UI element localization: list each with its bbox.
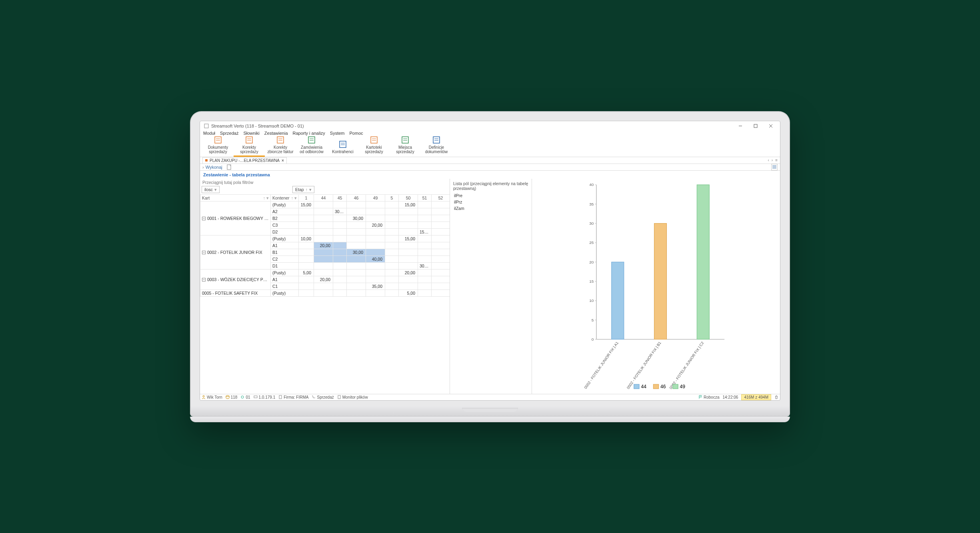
value-cell[interactable] bbox=[418, 201, 432, 208]
value-cell[interactable]: 35,00 bbox=[366, 283, 385, 289]
value-cell[interactable] bbox=[432, 289, 450, 296]
value-cell[interactable]: 20,00 bbox=[366, 222, 385, 228]
value-cell[interactable] bbox=[418, 249, 432, 256]
value-cell[interactable]: 20,00 bbox=[314, 242, 333, 249]
value-cell[interactable] bbox=[333, 283, 347, 289]
value-cell[interactable] bbox=[299, 256, 314, 262]
value-cell[interactable]: 40,00 bbox=[366, 256, 385, 262]
value-cell[interactable] bbox=[333, 249, 347, 256]
value-cell[interactable] bbox=[314, 262, 333, 269]
menu-sprzedaż[interactable]: Sprzedaż bbox=[220, 131, 238, 136]
value-cell[interactable] bbox=[347, 256, 366, 262]
value-cell[interactable] bbox=[432, 201, 450, 208]
value-cell[interactable] bbox=[333, 256, 347, 262]
col-etap-46[interactable]: 46 bbox=[347, 194, 366, 201]
value-cell[interactable] bbox=[314, 269, 333, 276]
value-cell[interactable] bbox=[418, 289, 432, 296]
value-cell[interactable]: 10,00 bbox=[299, 235, 314, 242]
table-row[interactable]: −0001 - ROWEREK BIEGOWY RUNNER(Pusty)15,… bbox=[200, 201, 450, 208]
pill-etap[interactable]: Etap ↑ ▾ bbox=[292, 186, 314, 193]
field-ilpre[interactable]: ilPre bbox=[452, 192, 529, 199]
value-cell[interactable] bbox=[333, 269, 347, 276]
tabstrip-menu[interactable]: ≡ bbox=[775, 158, 778, 162]
value-cell[interactable] bbox=[299, 276, 314, 283]
menu-zestawienia[interactable]: Zestawienia bbox=[264, 131, 288, 136]
expand-icon[interactable]: − bbox=[202, 251, 206, 254]
value-cell[interactable] bbox=[347, 283, 366, 289]
value-cell[interactable] bbox=[314, 249, 333, 256]
value-cell[interactable] bbox=[432, 262, 450, 269]
minimize-button[interactable] bbox=[733, 121, 748, 131]
col-kontener[interactable]: Kontener ↑ ▾ bbox=[271, 194, 299, 201]
col-etap-44[interactable]: 44 bbox=[314, 194, 333, 201]
value-cell[interactable] bbox=[347, 289, 366, 296]
table-row[interactable]: 0005 - FOTELIK SAFETY FIX(Pusty)5,0050,0… bbox=[200, 289, 450, 296]
value-cell[interactable] bbox=[299, 262, 314, 269]
value-cell[interactable] bbox=[347, 228, 366, 235]
value-cell[interactable] bbox=[333, 242, 347, 249]
value-cell[interactable] bbox=[347, 222, 366, 228]
maximize-button[interactable] bbox=[748, 121, 763, 131]
value-cell[interactable] bbox=[347, 269, 366, 276]
value-cell[interactable] bbox=[399, 283, 418, 289]
value-cell[interactable] bbox=[399, 208, 418, 215]
ribbon-dokumenty-sprzedaży[interactable]: Dokumentysprzedaży bbox=[202, 136, 234, 157]
value-cell[interactable] bbox=[314, 222, 333, 228]
value-cell[interactable] bbox=[385, 269, 399, 276]
col-etap-50[interactable]: 50 bbox=[399, 194, 418, 201]
value-cell[interactable] bbox=[314, 289, 333, 296]
field-ilzam[interactable]: ilZam bbox=[452, 205, 529, 212]
ribbon-kontrahenci[interactable]: Kontrahenci bbox=[327, 140, 358, 157]
value-cell[interactable] bbox=[366, 276, 385, 283]
value-cell[interactable] bbox=[385, 242, 399, 249]
value-cell[interactable] bbox=[432, 235, 450, 242]
value-cell[interactable] bbox=[385, 222, 399, 228]
menu-słowniki[interactable]: Słowniki bbox=[243, 131, 259, 136]
value-cell[interactable] bbox=[385, 276, 399, 283]
value-cell[interactable]: 15,00 bbox=[418, 228, 432, 235]
value-cell[interactable] bbox=[366, 289, 385, 296]
value-cell[interactable]: 30,00 bbox=[347, 215, 366, 222]
value-cell[interactable]: 5,00 bbox=[299, 269, 314, 276]
value-cell[interactable] bbox=[418, 276, 432, 283]
value-cell[interactable] bbox=[432, 215, 450, 222]
value-cell[interactable] bbox=[299, 283, 314, 289]
value-cell[interactable] bbox=[385, 201, 399, 208]
value-cell[interactable] bbox=[366, 208, 385, 215]
value-cell[interactable] bbox=[299, 289, 314, 296]
value-cell[interactable]: 15,00 bbox=[399, 235, 418, 242]
value-cell[interactable] bbox=[366, 262, 385, 269]
expand-icon[interactable]: − bbox=[202, 217, 206, 220]
value-cell[interactable] bbox=[385, 235, 399, 242]
value-cell[interactable] bbox=[432, 269, 450, 276]
value-cell[interactable] bbox=[333, 262, 347, 269]
value-cell[interactable] bbox=[366, 201, 385, 208]
value-cell[interactable] bbox=[366, 242, 385, 249]
value-cell[interactable] bbox=[432, 283, 450, 289]
col-kart[interactable]: Kart ↑ ▾ bbox=[200, 194, 271, 201]
value-cell[interactable] bbox=[366, 269, 385, 276]
value-cell[interactable]: 15,00 bbox=[399, 201, 418, 208]
value-cell[interactable]: 30,00 bbox=[347, 249, 366, 256]
value-cell[interactable] bbox=[385, 228, 399, 235]
value-cell[interactable] bbox=[299, 228, 314, 235]
value-cell[interactable] bbox=[418, 215, 432, 222]
field-ilprz[interactable]: ilPrz bbox=[452, 199, 529, 205]
value-cell[interactable] bbox=[347, 235, 366, 242]
value-cell[interactable] bbox=[347, 276, 366, 283]
value-cell[interactable] bbox=[399, 276, 418, 283]
value-cell[interactable] bbox=[347, 208, 366, 215]
value-cell[interactable] bbox=[399, 256, 418, 262]
value-cell[interactable] bbox=[418, 269, 432, 276]
document-icon[interactable] bbox=[226, 164, 232, 170]
value-cell[interactable] bbox=[399, 262, 418, 269]
value-cell[interactable] bbox=[432, 249, 450, 256]
value-cell[interactable] bbox=[314, 283, 333, 289]
value-cell[interactable] bbox=[333, 215, 347, 222]
value-cell[interactable] bbox=[432, 242, 450, 249]
value-cell[interactable]: 30,00 bbox=[333, 208, 347, 215]
value-cell[interactable] bbox=[333, 289, 347, 296]
value-cell[interactable] bbox=[385, 215, 399, 222]
ribbon-definicje-dokumentów[interactable]: Definicjedokumentów bbox=[421, 136, 452, 157]
value-cell[interactable] bbox=[299, 222, 314, 228]
